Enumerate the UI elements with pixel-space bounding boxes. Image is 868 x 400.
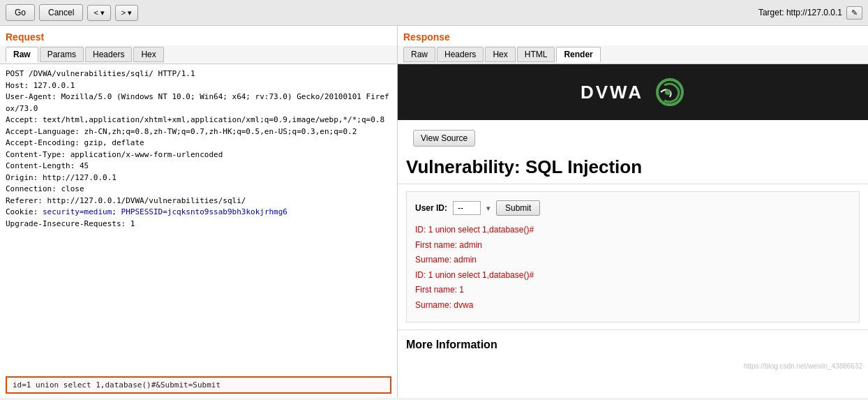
tab-response-raw[interactable]: Raw [403,47,435,62]
main-content: Request Raw Params Headers Hex POST /DVW… [0,26,868,398]
cancel-button[interactable]: Cancel [39,4,83,21]
forward-button[interactable]: > ▾ [115,5,138,21]
target-edit-button[interactable]: ✎ [846,6,862,20]
response-panel: Response Raw Headers Hex HTML Render DVW… [398,26,868,398]
request-body[interactable]: POST /DVWA/vulnerabilities/sqli/ HTTP/1.… [0,64,397,372]
response-render-area[interactable]: DVWA View Source Vulnerability: SQL Inje… [398,64,868,398]
response-tab-bar: Raw Headers Hex HTML Render [398,45,868,64]
tab-request-params[interactable]: Params [40,47,84,62]
dropdown-arrow-icon: ▾ [486,204,491,213]
more-information-heading: More Information [398,329,868,360]
request-panel: Request Raw Params Headers Hex POST /DVW… [0,26,398,398]
request-tab-bar: Raw Params Headers Hex [0,45,397,64]
view-source-container: View Source [398,120,868,156]
tab-response-html[interactable]: HTML [517,47,555,62]
view-source-button[interactable]: View Source [413,130,475,147]
target-area: Target: http://127.0.0.1 ✎ [758,6,862,20]
svg-point-1 [665,89,671,95]
request-payload: id=1 union select 1,database()#&Submit=S… [6,376,391,394]
vuln-title: Vulnerability: SQL Injection [398,156,868,184]
form-row: User ID: -- ▾ Submit [415,200,851,216]
tab-response-hex[interactable]: Hex [485,47,515,62]
dvwa-header: DVWA [398,64,868,120]
dvwa-logo-icon [650,75,685,110]
tab-response-headers[interactable]: Headers [437,47,484,62]
dvwa-text: DVWA [581,82,643,103]
tab-response-render[interactable]: Render [556,47,600,62]
user-id-label: User ID: [415,203,447,213]
submit-button[interactable]: Submit [496,200,540,216]
tab-request-hex[interactable]: Hex [133,47,163,62]
user-id-display: -- [453,201,481,215]
target-label: Target: http://127.0.0.1 [758,8,842,17]
tab-request-headers[interactable]: Headers [85,47,132,62]
result-area: ID: 1 union select 1,database()#First na… [415,223,851,313]
tab-request-raw[interactable]: Raw [6,47,38,62]
back-button[interactable]: < ▾ [87,5,110,21]
request-title: Request [0,26,397,45]
go-button[interactable]: Go [6,4,35,21]
response-title: Response [398,26,868,45]
sqli-form: User ID: -- ▾ Submit ID: 1 union select … [406,191,860,323]
watermark: https://blog.csdn.net/weixin_43886632 [398,360,868,373]
top-bar: Go Cancel < ▾ > ▾ Target: http://127.0.0… [0,0,868,26]
